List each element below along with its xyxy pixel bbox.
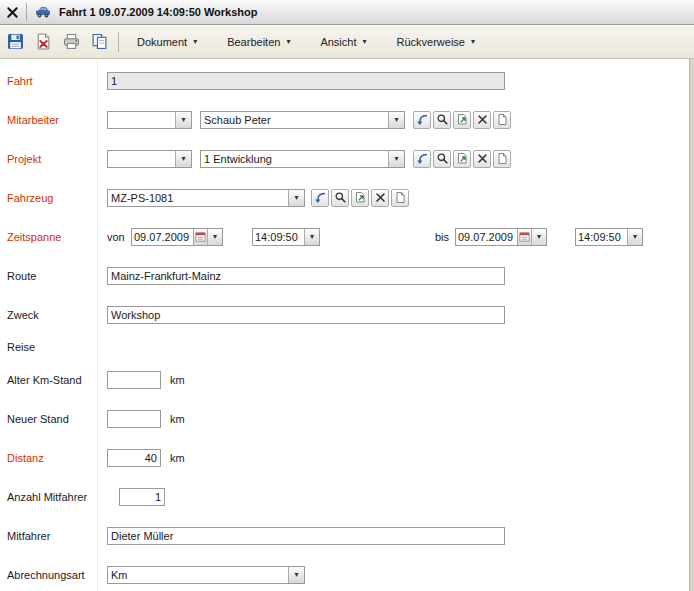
window-title: Fahrt 1 09.07.2009 14:09:50 Workshop: [59, 6, 258, 18]
goto-button[interactable]: [413, 150, 431, 168]
chevron-down-icon[interactable]: ▾: [531, 229, 546, 245]
fahrzeug-dropdown[interactable]: MZ-PS-1081 ▾: [107, 189, 305, 207]
search-button[interactable]: [433, 111, 451, 129]
goto-icon: [416, 113, 429, 126]
bis-time-value: 14:09:50: [576, 229, 627, 245]
chevron-down-icon[interactable]: ▾: [288, 567, 304, 583]
open-record-button[interactable]: [453, 111, 471, 129]
calendar-icon: [195, 231, 206, 242]
mitarbeiter-code-value: [108, 112, 175, 128]
row-zeitspanne: Zeitspanne von 09.07.2009 ▾ 14:09:50 ▾ b…: [0, 217, 694, 256]
delete-document-button[interactable]: [30, 29, 56, 55]
row-fahrzeug: Fahrzeug MZ-PS-1081 ▾: [0, 178, 694, 217]
calendar-icon: [519, 231, 530, 242]
open-record-button[interactable]: [351, 189, 369, 207]
row-reise: Reise: [0, 334, 694, 360]
chevron-down-icon[interactable]: ▾: [388, 112, 404, 128]
copy-icon: [91, 33, 108, 50]
row-route: Route: [0, 256, 694, 295]
calendar-button[interactable]: [517, 229, 531, 245]
mitarbeiter-dropdown[interactable]: Schaub Peter ▾: [200, 111, 405, 129]
close-icon: [6, 6, 19, 19]
alter-km-unit: km: [170, 374, 185, 386]
projekt-dropdown[interactable]: 1 Entwicklung ▾: [200, 150, 405, 168]
record-icon: [35, 4, 51, 20]
field-label-abrechnungsart: Abrechnungsart: [0, 569, 107, 581]
field-label-distanz: Distanz: [0, 452, 107, 464]
von-date-field[interactable]: 09.07.2009 ▾: [131, 228, 223, 246]
new-record-button[interactable]: [391, 189, 409, 207]
route-input[interactable]: [107, 267, 505, 285]
chevron-down-icon[interactable]: ▾: [304, 229, 319, 245]
distanz-input[interactable]: [107, 449, 161, 467]
search-button[interactable]: [331, 189, 349, 207]
anzahl-mitfahrer-input[interactable]: [119, 488, 165, 506]
calendar-button[interactable]: [193, 229, 207, 245]
dropdown-arrow-glyph: ▾: [537, 233, 541, 241]
goto-button[interactable]: [311, 189, 329, 207]
menu-bearbeiten[interactable]: Bearbeiten ▾: [219, 32, 298, 52]
new-record-button[interactable]: [493, 111, 511, 129]
search-icon: [334, 191, 347, 204]
clear-button[interactable]: [473, 111, 491, 129]
save-button[interactable]: [2, 29, 28, 55]
zweck-input[interactable]: [107, 306, 505, 324]
clear-icon: [476, 152, 489, 165]
mitarbeiter-code-dropdown[interactable]: ▾: [107, 111, 192, 129]
chevron-down-icon: ▾: [193, 38, 197, 46]
row-neuer-stand: Neuer Stand km: [0, 399, 694, 438]
row-fahrt: Fahrt: [0, 61, 694, 100]
chevron-down-icon[interactable]: ▾: [388, 151, 404, 167]
goto-button[interactable]: [413, 111, 431, 129]
chevron-down-icon[interactable]: ▾: [175, 112, 191, 128]
chevron-down-icon: ▾: [286, 38, 290, 46]
open-record-button[interactable]: [453, 150, 471, 168]
neuer-stand-input[interactable]: [107, 410, 161, 428]
close-button[interactable]: [2, 2, 22, 22]
copy-button[interactable]: [86, 29, 112, 55]
row-mitfahrer: Mitfahrer: [0, 516, 694, 555]
distanz-unit: km: [170, 452, 185, 464]
print-button[interactable]: [58, 29, 84, 55]
record-window: Fahrt 1 09.07.2009 14:09:50 Workshop: [0, 0, 694, 591]
row-anzahl-mitfahrer: Anzahl Mitfahrer: [0, 477, 694, 516]
row-distanz: Distanz km: [0, 438, 694, 477]
chevron-down-icon[interactable]: ▾: [207, 229, 222, 245]
toolbar: Dokument ▾ Bearbeiten ▾ Ansicht ▾ Rückve…: [0, 25, 694, 59]
field-label-fahrt: Fahrt: [0, 75, 107, 87]
bis-time-field[interactable]: 14:09:50 ▾: [575, 228, 643, 246]
menu-ansicht[interactable]: Ansicht ▾: [312, 32, 374, 52]
neuer-stand-unit: km: [170, 413, 185, 425]
projekt-code-dropdown[interactable]: ▾: [107, 150, 192, 168]
row-abrechnungsart: Abrechnungsart Km ▾: [0, 555, 694, 591]
form-body: Fahrt Mitarbeiter ▾ Schaub Peter ▾: [0, 59, 694, 591]
new-record-button[interactable]: [493, 150, 511, 168]
menu-dokument[interactable]: Dokument ▾: [129, 32, 205, 52]
clear-button[interactable]: [473, 150, 491, 168]
menu-rueckverweise[interactable]: Rückverweise ▾: [388, 32, 482, 52]
search-icon: [436, 113, 449, 126]
goto-icon: [314, 191, 327, 204]
chevron-down-icon[interactable]: ▾: [288, 190, 304, 206]
projekt-actions: [413, 150, 513, 168]
chevron-down-icon[interactable]: ▾: [627, 229, 642, 245]
von-label: von: [107, 231, 131, 243]
row-alter-km-stand: Alter Km-Stand km: [0, 360, 694, 399]
mitfahrer-input[interactable]: [107, 527, 505, 545]
field-label-neuer-stand: Neuer Stand: [0, 413, 107, 425]
alter-km-stand-input[interactable]: [107, 371, 161, 389]
clear-icon: [476, 113, 489, 126]
menu-dokument-label: Dokument: [137, 36, 187, 48]
search-icon: [436, 152, 449, 165]
projekt-value: 1 Entwicklung: [201, 151, 388, 167]
search-button[interactable]: [433, 150, 451, 168]
clear-button[interactable]: [371, 189, 389, 207]
mitarbeiter-actions: [413, 111, 513, 129]
von-date-value: 09.07.2009: [132, 229, 193, 245]
von-time-field[interactable]: 14:09:50 ▾: [252, 228, 320, 246]
von-time-value: 14:09:50: [253, 229, 304, 245]
bis-date-field[interactable]: 09.07.2009 ▾: [455, 228, 547, 246]
field-label-zweck: Zweck: [0, 309, 107, 321]
abrechnungsart-dropdown[interactable]: Km ▾: [107, 566, 305, 584]
chevron-down-icon[interactable]: ▾: [175, 151, 191, 167]
